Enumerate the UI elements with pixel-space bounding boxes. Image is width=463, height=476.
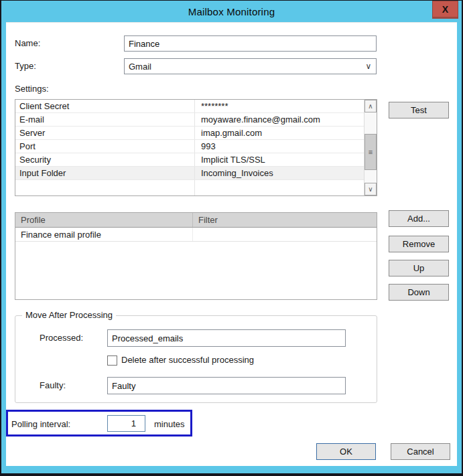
polling-interval-input[interactable]: [107, 415, 145, 432]
ok-button[interactable]: OK: [316, 443, 376, 460]
setting-value: imap.gmail.com: [195, 127, 364, 139]
settings-row-server[interactable]: Server imap.gmail.com: [15, 127, 364, 140]
profile-column-header[interactable]: Profile: [15, 213, 193, 227]
type-dropdown[interactable]: Gmail ∨: [124, 58, 377, 74]
setting-value: moyaware.finance@gmail.com: [195, 113, 364, 126]
close-icon: X: [442, 4, 448, 15]
settings-row-port[interactable]: Port 993: [15, 140, 364, 153]
profile-table-empty-area: [15, 242, 377, 299]
setting-key: Input Folder: [15, 167, 195, 179]
add-button[interactable]: Add...: [389, 210, 449, 227]
processed-input[interactable]: [107, 329, 346, 347]
settings-label: Settings:: [15, 84, 49, 94]
setting-key: Port: [15, 140, 195, 153]
polling-unit-label: minutes: [154, 419, 185, 429]
setting-value: Incoming_Invoices: [195, 167, 364, 179]
setting-key: E-mail: [15, 113, 195, 126]
setting-key: Client Secret: [15, 100, 195, 112]
faulty-input[interactable]: [107, 377, 346, 394]
profile-row[interactable]: Finance email profile: [15, 228, 377, 242]
setting-key: [15, 180, 195, 195]
settings-table: Client Secret ******** E-mail moyaware.f…: [15, 99, 377, 196]
settings-rows: Client Secret ******** E-mail moyaware.f…: [15, 100, 364, 195]
filter-column-header[interactable]: Filter: [193, 213, 377, 227]
scroll-grip-icon: ≡: [369, 148, 373, 156]
dialog-title: Mailbox Monitoring: [188, 6, 275, 17]
scrollbar-track[interactable]: ≡: [365, 112, 377, 183]
chevron-down-icon: ∨: [361, 62, 376, 71]
polling-interval-label: Polling interval:: [11, 419, 70, 429]
up-button[interactable]: Up: [389, 260, 449, 276]
mailbox-monitoring-dialog: Mailbox Monitoring X Name: Type: Gmail ∨…: [1, 1, 462, 473]
settings-scrollbar[interactable]: ∧ ≡ ∨: [364, 100, 377, 195]
type-selected-value: Gmail: [125, 62, 361, 72]
settings-row-empty: [15, 180, 364, 195]
scroll-down-icon: ∨: [368, 185, 373, 193]
processed-label: Processed:: [40, 333, 83, 343]
scroll-up-icon: ∧: [368, 102, 373, 110]
setting-value: [195, 180, 364, 195]
profile-table-header: Profile Filter: [15, 213, 377, 228]
delete-after-processing-checkbox[interactable]: [107, 355, 117, 366]
setting-key: Server: [15, 127, 195, 139]
setting-value: Implicit TLS/SSL: [195, 153, 364, 166]
settings-row-security[interactable]: Security Implicit TLS/SSL: [15, 153, 364, 167]
filter-cell: [193, 228, 377, 241]
setting-value: ********: [195, 100, 364, 112]
name-input[interactable]: [124, 35, 377, 52]
setting-key: Security: [15, 153, 195, 166]
settings-row-client-secret[interactable]: Client Secret ********: [15, 100, 364, 113]
titlebar[interactable]: Mailbox Monitoring: [1, 1, 462, 22]
close-button[interactable]: X: [432, 1, 458, 19]
test-button[interactable]: Test: [389, 102, 449, 118]
group-legend: Move After Processing: [22, 310, 116, 320]
down-button[interactable]: Down: [389, 284, 449, 301]
dialog-content: Name: Type: Gmail ∨ Settings: Client Sec…: [6, 22, 457, 466]
setting-value: 993: [195, 140, 364, 153]
profile-table: Profile Filter Finance email profile: [15, 212, 377, 300]
cancel-button[interactable]: Cancel: [391, 443, 450, 460]
delete-checkbox-label: Delete after successful processing: [121, 355, 254, 365]
profile-cell: Finance email profile: [15, 228, 193, 241]
settings-row-email[interactable]: E-mail moyaware.finance@gmail.com: [15, 113, 364, 127]
remove-button[interactable]: Remove: [389, 236, 449, 252]
type-label: Type:: [15, 61, 36, 71]
scroll-down-button[interactable]: ∨: [365, 183, 377, 195]
faulty-label: Faulty:: [40, 380, 66, 390]
scrollbar-thumb[interactable]: ≡: [365, 134, 377, 170]
settings-row-input-folder[interactable]: Input Folder Incoming_Invoices: [15, 167, 364, 180]
scroll-up-button[interactable]: ∧: [365, 100, 377, 112]
name-label: Name:: [15, 38, 40, 48]
